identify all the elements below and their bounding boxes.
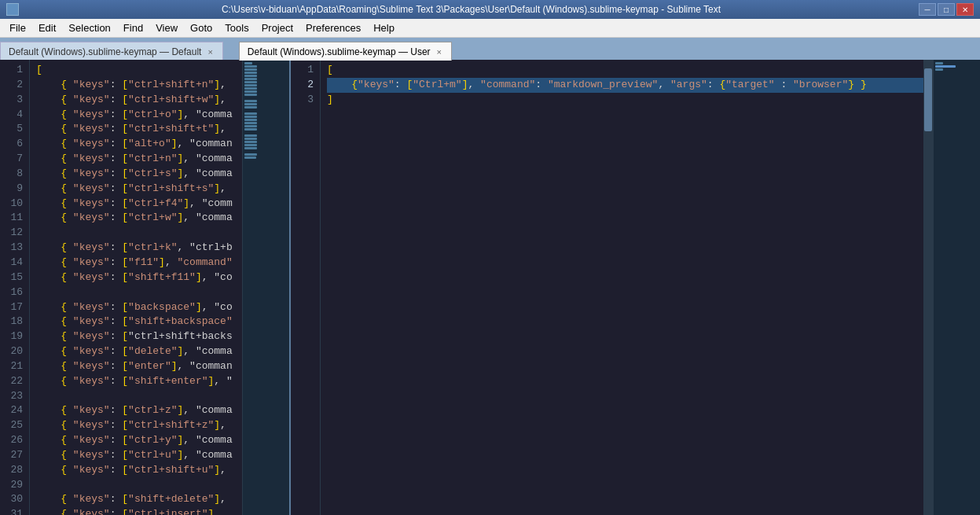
- minimap-line: [244, 87, 257, 90]
- menu-item-edit[interactable]: Edit: [32, 20, 62, 35]
- line-number: 7: [6, 152, 23, 167]
- minimap-line: [244, 109, 288, 112]
- tab-area: Default (Windows).sublime-keymap — Defau…: [0, 38, 980, 60]
- line-number: 18: [6, 315, 23, 329]
- maximize-button[interactable]: □: [938, 3, 955, 16]
- code-line: { "keys": ["shift+backspace": [36, 315, 242, 329]
- line-number: 23: [6, 389, 23, 404]
- line-number: 25: [6, 418, 23, 433]
- minimap-line: [935, 62, 943, 64]
- minimap-line: [244, 128, 257, 131]
- code-line: { "keys": ["ctrl+z"], "comma: [36, 403, 242, 418]
- minimap-line: [244, 150, 288, 153]
- minimap-line: [244, 72, 257, 74]
- menubar: FileEditSelectionFindViewGotoToolsProjec…: [0, 19, 980, 38]
- line-number: 28: [6, 463, 23, 478]
- right-code-area[interactable]: 123 [ {"keys": ["Ctrl+m"], "command": "m…: [291, 60, 980, 515]
- right-tab-group: Default (Windows).sublime-keymap — User …: [239, 38, 452, 60]
- left-tab-group: Default (Windows).sublime-keymap — Defau…: [0, 38, 223, 60]
- menu-item-preferences[interactable]: Preferences: [299, 20, 367, 35]
- line-number: 12: [6, 226, 23, 241]
- tab-default-close[interactable]: ×: [206, 47, 214, 57]
- menu-item-project[interactable]: Project: [255, 20, 299, 35]
- menu-item-help[interactable]: Help: [367, 20, 401, 35]
- line-number: 11: [6, 211, 23, 226]
- minimap-line: [244, 156, 256, 159]
- left-code-area[interactable]: 1234567891011121314151617181920212223242…: [0, 60, 289, 515]
- line-number: 4: [6, 108, 23, 123]
- code-line: [36, 285, 242, 300]
- editor-area: 1234567891011121314151617181920212223242…: [0, 60, 980, 515]
- line-number: 3: [6, 93, 23, 108]
- code-line: { "keys": ["enter"], "comman: [36, 359, 242, 374]
- code-line: { "keys": ["delete"], "comma: [36, 344, 242, 359]
- minimap-line: [244, 94, 257, 96]
- line-number: 20: [6, 344, 23, 359]
- minimap-line: [244, 65, 257, 68]
- left-line-numbers: 1234567891011121314151617181920212223242…: [0, 60, 30, 515]
- menu-item-view[interactable]: View: [149, 20, 184, 35]
- line-number: 1: [6, 63, 23, 78]
- minimap-line: [244, 138, 257, 140]
- minimap-line: [244, 153, 257, 156]
- code-line: { "keys": ["ctrl+w"], "comma: [36, 211, 242, 226]
- minimap-line: [244, 141, 257, 143]
- code-line: { "keys": ["ctrl+f4"], "comm: [36, 197, 242, 212]
- line-number: 2: [297, 78, 314, 93]
- line-number: 15: [6, 270, 23, 285]
- minimap-line: [244, 122, 257, 124]
- close-button[interactable]: ✕: [956, 3, 974, 16]
- minimap-line: [244, 106, 257, 109]
- minimap-line: [244, 81, 257, 83]
- minimap-line: [244, 134, 257, 137]
- minimap-line: [244, 103, 257, 105]
- menu-item-selection[interactable]: Selection: [62, 20, 116, 35]
- minimap-line: [244, 68, 257, 71]
- minimap-line: [244, 100, 257, 102]
- line-number: 13: [6, 241, 23, 256]
- right-editor-pane: 123 [ {"keys": ["Ctrl+m"], "command": "m…: [291, 60, 980, 515]
- left-code-content[interactable]: [ { "keys": ["ctrl+shift+n"], { "keys": …: [30, 60, 242, 515]
- tab-user[interactable]: Default (Windows).sublime-keymap — User …: [239, 42, 452, 61]
- code-line: { "keys": ["ctrl+shift+u"],: [36, 463, 242, 478]
- code-line: { "keys": ["ctrl+insert"],: [36, 507, 242, 515]
- code-line: ]: [327, 93, 923, 108]
- minimize-button[interactable]: ─: [919, 3, 936, 16]
- code-line: { "keys": ["alt+o"], "comman: [36, 137, 242, 152]
- code-line: { "keys": ["shift+delete"],: [36, 492, 242, 507]
- minimap-line: [244, 75, 257, 77]
- right-code-content[interactable]: [ {"keys": ["Ctrl+m"], "command": "markd…: [321, 60, 923, 515]
- menu-item-goto[interactable]: Goto: [184, 20, 218, 35]
- menu-item-find[interactable]: Find: [117, 20, 149, 35]
- window-title: C:\Users\v-biduan\AppData\Roaming\Sublim…: [24, 4, 919, 15]
- tab-user-label: Default (Windows).sublime-keymap — User: [248, 46, 431, 57]
- minimap-line: [244, 62, 252, 64]
- minimap-line: [244, 84, 257, 86]
- code-line: { "keys": ["ctrl+k", "ctrl+b: [36, 241, 242, 256]
- line-number: 14: [6, 256, 23, 270]
- line-number: 8: [6, 167, 23, 182]
- line-number: 29: [6, 478, 23, 493]
- app-icon: [6, 3, 19, 16]
- line-number: 17: [6, 300, 23, 315]
- tab-default-label: Default (Windows).sublime-keymap — Defau…: [9, 46, 201, 57]
- line-number: 27: [6, 448, 23, 463]
- menu-item-tools[interactable]: Tools: [218, 20, 255, 35]
- line-number: 16: [6, 285, 23, 300]
- line-number: 30: [6, 492, 23, 507]
- code-line: { "keys": ["ctrl+shift+z"],: [36, 418, 242, 433]
- tab-user-close[interactable]: ×: [435, 47, 443, 57]
- code-line: [: [327, 63, 923, 78]
- line-number: 21: [6, 359, 23, 374]
- minimap-line: [244, 131, 288, 134]
- tab-default[interactable]: Default (Windows).sublime-keymap — Defau…: [0, 42, 223, 61]
- line-number: 24: [6, 403, 23, 418]
- menu-item-file[interactable]: File: [3, 20, 32, 35]
- line-number: 22: [6, 374, 23, 389]
- code-line: { "keys": ["ctrl+o"], "comma: [36, 108, 242, 123]
- code-line: { "keys": ["shift+enter"], ": [36, 374, 242, 389]
- minimap-line: [244, 147, 257, 149]
- code-line: [36, 389, 242, 404]
- right-scrollbar[interactable]: [923, 60, 933, 515]
- right-line-numbers: 123: [291, 60, 321, 515]
